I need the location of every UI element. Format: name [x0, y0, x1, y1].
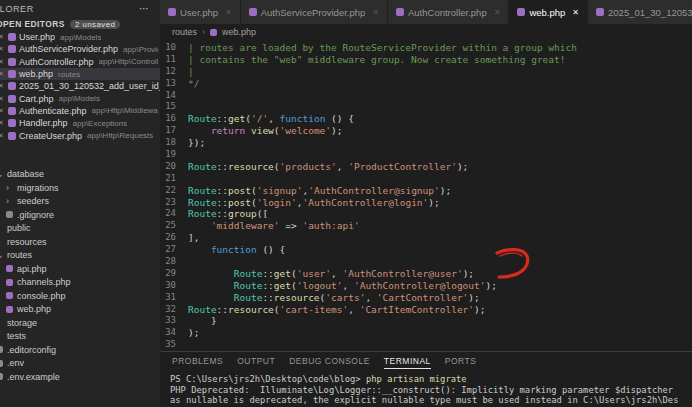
code-token: () {	[257, 244, 286, 255]
tree-item-console.php[interactable]: console.php	[0, 289, 160, 303]
tree-item-migrations[interactable]: ›migrations	[0, 181, 160, 195]
code-token: 'AuthController@logout'	[354, 280, 486, 291]
chevron-right-icon: ›	[0, 237, 3, 247]
open-editors-header[interactable]: OPEN EDITORS 2 unsaved	[0, 17, 160, 31]
code-token: );	[463, 268, 474, 279]
code-token: Route	[188, 208, 217, 219]
tree-item-public[interactable]: ›public	[0, 222, 160, 236]
breadcrumb-item[interactable]: web.php	[222, 27, 256, 37]
terminal-line: PS C:\Users\jrs2h\Desktop\code\blog> php…	[170, 374, 682, 385]
code-token	[188, 280, 234, 291]
line-number: 27	[160, 244, 188, 256]
panel-tab-output[interactable]: OUTPUT	[237, 356, 275, 369]
chevron-right-icon: ›	[6, 183, 13, 193]
panel-tab-problems[interactable]: PROBLEMS	[172, 356, 223, 369]
tree-item-channels.php[interactable]: channels.php	[0, 276, 160, 290]
tree-item-.editorconfig[interactable]: .editorconfig	[0, 343, 160, 357]
close-icon[interactable]: ✕	[0, 82, 5, 90]
php-file-icon	[8, 70, 16, 78]
code-token: ,	[337, 161, 348, 172]
ellipsis-icon[interactable]: ⋯	[139, 3, 150, 14]
open-editor-item-handler.php[interactable]: ✕Handler.phpapp\Exceptions	[0, 117, 160, 129]
code-line-23: 23Route::post('login','AuthController@lo…	[160, 197, 692, 209]
code-token: Route	[188, 113, 217, 124]
code-text: Route::get('user', 'AuthController@user'…	[188, 268, 474, 280]
code-token: post	[228, 185, 251, 196]
code-line-10: 10| routes are loaded by the RouteServic…	[160, 42, 692, 54]
code-token: ::	[217, 185, 228, 196]
close-icon[interactable]: ✕	[0, 119, 5, 127]
tab-authcontroller.php[interactable]: AuthController.php✕	[388, 0, 509, 24]
tab-authserviceprovider.php[interactable]: AuthServiceProvider.php✕	[241, 0, 388, 24]
tree-item-resources[interactable]: ›resources	[0, 235, 160, 249]
code-token: 'AuthController@user'	[343, 268, 463, 279]
close-icon[interactable]: ✕	[0, 70, 5, 78]
code-token: }	[188, 315, 217, 326]
open-editor-item-createuser.php[interactable]: ✕CreateUser.phpapp\Http\Requests	[0, 129, 160, 141]
close-icon[interactable]: ✕	[372, 8, 379, 17]
tree-item-label: api.php	[17, 264, 47, 274]
terminal-output[interactable]: PS C:\Users\jrs2h\Desktop\code\blog> php…	[160, 371, 692, 407]
line-number: 26	[160, 232, 188, 244]
code-line-26: 26],	[160, 232, 692, 244]
tree-item-.env.example[interactable]: .env.example	[0, 370, 160, 384]
close-icon[interactable]: ✕	[225, 8, 232, 17]
tree-item-tests[interactable]: ›tests	[0, 330, 160, 344]
php-file-icon	[8, 45, 16, 53]
line-number: 25	[160, 220, 188, 232]
open-editor-item-authserviceprovider.php[interactable]: ✕AuthServiceProvider.phpapp\Providers	[0, 43, 160, 55]
php-file-icon	[0, 360, 3, 367]
panel-tab-terminal[interactable]: TERMINAL	[384, 356, 431, 369]
php-file-icon	[0, 373, 3, 380]
code-token: Route	[188, 161, 217, 172]
breadcrumb-item[interactable]: routes	[172, 27, 197, 37]
close-icon[interactable]: ✕	[0, 107, 5, 115]
file-tree: ⌄database›migrations›seeders.gitignore›p…	[0, 168, 160, 384]
close-icon[interactable]: ✕	[0, 95, 5, 103]
close-icon[interactable]: ✕	[0, 132, 5, 140]
open-editor-item-authenticate.php[interactable]: ✕Authenticate.phpapp\Http\Middleware	[0, 105, 160, 117]
code-token: Route	[188, 197, 217, 208]
code-text: 'middleware' => 'auth:api'	[188, 220, 360, 232]
tree-item-routes[interactable]: ⌄routes	[0, 249, 160, 263]
close-icon[interactable]: ✕	[0, 58, 5, 66]
code-token: return	[211, 125, 245, 136]
line-number: 12	[160, 66, 188, 78]
code-editor[interactable]: 10| routes are loaded by the RouteServic…	[160, 40, 692, 351]
file-name: Handler.php	[19, 118, 68, 128]
open-editor-item-cart.php[interactable]: ✕Cart.phpapp\Models	[0, 92, 160, 104]
tree-item-.gitignore[interactable]: .gitignore	[0, 208, 160, 222]
panel-tab-debug-console[interactable]: DEBUG CONSOLE	[289, 356, 370, 369]
tree-item-storage[interactable]: ›storage	[0, 316, 160, 330]
open-editor-item-authcontroller.php[interactable]: ✕AuthController.phpapp\Http\Controllers	[0, 56, 160, 68]
code-text: | routes are loaded by the RouteServiceP…	[188, 42, 577, 54]
code-token: =>	[280, 220, 303, 231]
file-name: Authenticate.php	[19, 106, 87, 116]
tab-web.php[interactable]: web.php✕	[509, 0, 588, 24]
tree-item-web.php[interactable]: web.php	[0, 303, 160, 317]
close-icon[interactable]: ✕	[0, 45, 5, 53]
tree-item-.env[interactable]: .env	[0, 357, 160, 371]
tree-item-label: storage	[7, 318, 37, 328]
tree-item-database[interactable]: ⌄database	[0, 168, 160, 182]
tree-item-seeders[interactable]: ›seeders	[0, 195, 160, 209]
tab-label: web.php	[529, 7, 565, 18]
close-icon[interactable]: ✕	[0, 33, 5, 41]
code-token: 'auth:api'	[302, 220, 359, 231]
php-file-icon	[6, 279, 13, 286]
terminal-line: PHP Deprecated: Illuminate\Log\Logger::_…	[170, 385, 682, 407]
open-editor-item-web.php[interactable]: ✕web.phproutes	[0, 68, 160, 80]
code-token: 'carts'	[325, 292, 365, 303]
close-icon[interactable]: ✕	[572, 8, 579, 17]
tree-item-api.php[interactable]: api.php	[0, 262, 160, 276]
code-token: 'cart-items'	[280, 304, 349, 315]
tree-item-label: channels.php	[17, 277, 71, 287]
close-icon[interactable]: ✕	[494, 8, 501, 17]
code-token: });	[188, 137, 205, 148]
open-editor-item-2025-01-30-120532-add-user-id-to-car...[interactable]: ✕2025_01_30_120532_add_user_id_to_car...	[0, 80, 160, 92]
open-editor-item-user.php[interactable]: ✕User.phpapp\Models	[0, 31, 160, 43]
panel-tab-ports[interactable]: PORTS	[445, 356, 477, 369]
tab-user.php[interactable]: User.php✕	[160, 0, 241, 24]
tab-2025-01-30-120532-add-user-id-to-carts...[interactable]: 2025_01_30_120532_add_user_id_to_carts..…	[588, 0, 692, 24]
tree-item-label: routes	[7, 250, 32, 260]
